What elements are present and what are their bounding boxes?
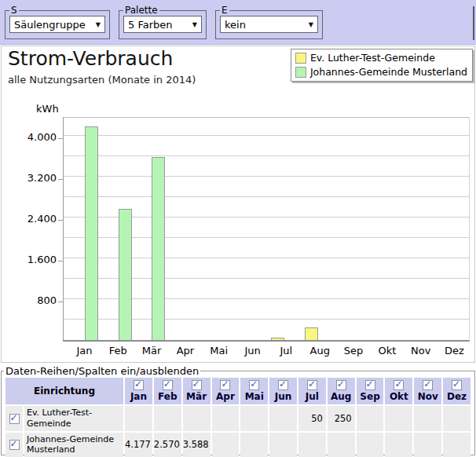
x-axis-label: Jan [68, 345, 101, 356]
column-header-mai: Mai [240, 378, 268, 404]
column-header-label: Apr [212, 391, 240, 402]
saeulengruppe-dropdown[interactable]: Säulengruppe ▼ [9, 16, 105, 33]
legend-item: Ev. Luther-Test-Gemeinde [295, 52, 467, 64]
column-toggle-checkbox[interactable] [423, 380, 433, 390]
toolbar: S Säulengruppe ▼ Palette 5 Farben ▼ E ke… [0, 0, 476, 45]
value-cell [414, 433, 441, 457]
x-axis-label: Mai [202, 345, 236, 356]
column-toggle-checkbox[interactable] [365, 380, 375, 390]
chart-bar-mär [152, 157, 165, 340]
chart-title: Strom-Verbrauch [8, 47, 173, 70]
value-cell [212, 433, 240, 457]
column-header-okt: Okt [385, 378, 412, 404]
x-axis-label: Mär [135, 345, 169, 356]
x-axis-label: Nov [404, 345, 438, 356]
y-axis-tick [58, 179, 64, 180]
x-axis-label: Aug [303, 345, 337, 356]
value-cell: 50 [298, 406, 326, 431]
x-axis-label: Feb [101, 345, 135, 356]
palette-dropdown-value: 5 Farben [128, 19, 173, 31]
y-axis-label: 2.400 [2, 213, 57, 225]
value-cell [443, 433, 471, 457]
chart-bar-aug [305, 327, 318, 340]
series-toggle-legend: Daten-Reihen/Spalten ein/ausblenden [4, 366, 200, 376]
legend-item: Johannes-Gemeinde Musterland [295, 66, 467, 78]
e-dropdown[interactable]: kein ▼ [220, 16, 318, 33]
plot-area [63, 117, 470, 342]
row-toggle-checkbox[interactable] [9, 414, 20, 424]
column-header-sep: Sep [357, 378, 384, 404]
column-toggle-checkbox[interactable] [192, 380, 202, 390]
column-header-label: Jul [298, 391, 326, 402]
table-row: Ev. Luther-Test-Gemeinde50250 [5, 406, 471, 431]
value-cell [357, 406, 384, 431]
row-toggle-checkbox[interactable] [9, 440, 20, 450]
column-header-label: Mai [240, 391, 268, 402]
x-axis-label: Apr [168, 345, 202, 356]
value-cell [298, 433, 326, 457]
column-header-apr: Apr [212, 378, 240, 404]
value-cell [125, 406, 152, 431]
chevron-down-icon: ▼ [192, 21, 197, 28]
value-cell [328, 433, 355, 457]
legend-label: Johannes-Gemeinde Musterland [310, 66, 467, 78]
value-cell: 3.588 [183, 433, 211, 457]
column-header-label: Nov [414, 391, 441, 402]
row-label: Johannes-Gemeinde Musterland [24, 433, 123, 457]
column-header-jan: Jan [125, 378, 152, 404]
column-header-label: Jan [125, 391, 152, 402]
column-toggle-checkbox[interactable] [249, 380, 259, 390]
column-header-label: Okt [385, 391, 412, 402]
value-cell [443, 406, 471, 431]
column-toggle-checkbox[interactable] [134, 380, 144, 390]
table-header-row: Einrichtung JanFebMärAprMaiJunJulAugSepO… [5, 378, 471, 404]
value-cell [154, 406, 181, 431]
column-toggle-checkbox[interactable] [163, 380, 173, 390]
fieldset-e: E kein ▼ [215, 5, 323, 39]
fieldset-saeulengruppe: S Säulengruppe ▼ [5, 5, 110, 39]
table-body: Ev. Luther-Test-Gemeinde50250Johannes-Ge… [5, 406, 471, 457]
value-cell [385, 433, 412, 457]
y-axis-tick [58, 302, 64, 302]
column-toggle-checkbox[interactable] [278, 380, 288, 390]
chart-bar-jul [271, 338, 284, 340]
y-axis-unit-label: kWh [36, 103, 59, 115]
value-cell [240, 406, 268, 431]
row-checkbox-cell [5, 433, 23, 457]
x-axis-label: Sep [337, 345, 371, 356]
value-cell [269, 406, 297, 431]
entity-column-header: Einrichtung [5, 378, 123, 404]
column-toggle-checkbox[interactable] [307, 380, 317, 390]
table-row: Johannes-Gemeinde Musterland4.1772.5703.… [5, 433, 471, 457]
value-cell: 4.177 [125, 433, 152, 457]
y-axis-tick [58, 138, 64, 139]
y-axis-label: 800 [2, 294, 57, 306]
saeulengruppe-dropdown-value: Säulengruppe [14, 19, 86, 31]
fieldset-e-legend: E [220, 5, 229, 15]
column-toggle-checkbox[interactable] [452, 380, 462, 390]
value-cell: 2.570 [154, 433, 181, 457]
column-toggle-checkbox[interactable] [336, 380, 346, 390]
column-toggle-checkbox[interactable] [394, 380, 404, 390]
column-header-label: Dez [443, 391, 471, 402]
y-axis-tick [58, 261, 64, 261]
chart-bar-feb [119, 209, 132, 340]
y-axis-label: 3.200 [2, 172, 57, 184]
column-header-nov: Nov [414, 378, 441, 404]
value-cell [183, 406, 211, 431]
cutoff-panel-border [473, 6, 475, 40]
fieldset-saeulengruppe-legend: S [9, 5, 19, 15]
chart-subtitle: alle Nutzungsarten (Monate in 2014) [8, 74, 196, 86]
chevron-down-icon: ▼ [309, 21, 313, 28]
value-cell [385, 406, 412, 431]
chart-panel: Strom-Verbrauch alle Nutzungsarten (Mona… [1, 46, 475, 363]
gridline [64, 135, 469, 136]
fieldset-palette-legend: Palette [123, 5, 159, 15]
gridline [64, 155, 469, 156]
y-axis-label: 4.000 [2, 131, 57, 143]
value-cell [414, 406, 441, 431]
column-toggle-checkbox[interactable] [220, 380, 230, 390]
palette-dropdown[interactable]: 5 Farben ▼ [123, 16, 202, 33]
x-axis-label: Dez [438, 345, 471, 356]
column-header-jul: Jul [298, 378, 326, 404]
